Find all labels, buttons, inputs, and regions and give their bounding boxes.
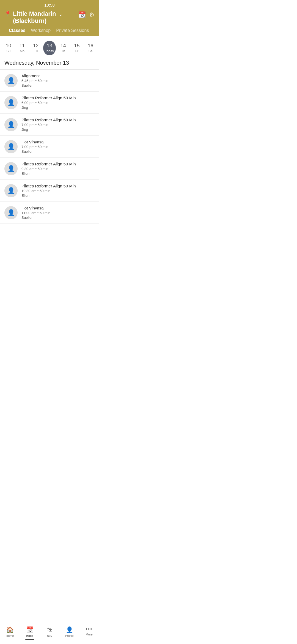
date-day-label: Tu bbox=[34, 49, 38, 53]
avatar: 👤 bbox=[4, 74, 18, 87]
class-info: Hot Vinyasa 11:00 am • 60 min Suellen bbox=[21, 206, 95, 220]
class-instructor: Suellen bbox=[21, 215, 95, 220]
date-number: 12 bbox=[33, 43, 38, 49]
date-day-label: Fr bbox=[75, 49, 78, 53]
class-item[interactable]: 👤 Hot Vinyasa 11:00 am • 60 min Suellen bbox=[0, 202, 99, 224]
class-list: 👤 Alignment 5:45 pm • 60 min Suellen 👤 P… bbox=[0, 70, 99, 224]
date-day-label: Sa bbox=[89, 49, 93, 53]
calendar-icon[interactable]: 📆 bbox=[78, 11, 86, 18]
class-info: Pilates Reformer Align 50 Min 9:30 am • … bbox=[21, 162, 95, 176]
class-instructor: Ellen bbox=[21, 193, 95, 198]
date-day-label: Su bbox=[7, 49, 11, 53]
class-name: Pilates Reformer Align 50 Min bbox=[21, 118, 95, 122]
date-item-11[interactable]: 11 Mo bbox=[16, 41, 29, 56]
date-number: 16 bbox=[88, 43, 93, 49]
class-time: 7:00 pm • 50 min bbox=[21, 123, 95, 127]
location-sub: (Blackburn) bbox=[13, 17, 56, 24]
date-number: 10 bbox=[6, 43, 11, 49]
date-item-13[interactable]: 13 Today bbox=[43, 41, 56, 56]
class-name: Hot Vinyasa bbox=[21, 206, 95, 210]
location-name: Little Mandarin bbox=[13, 10, 56, 17]
class-time: 9:30 am • 50 min bbox=[21, 167, 95, 171]
class-info: Alignment 5:45 pm • 60 min Suellen bbox=[21, 73, 95, 88]
location-pin-icon: 📍 bbox=[4, 11, 11, 17]
tab-private-sessions[interactable]: Private Sessions bbox=[56, 28, 89, 36]
date-number: 15 bbox=[74, 43, 79, 49]
class-instructor: Suellen bbox=[21, 149, 95, 154]
day-heading: Wednesday, November 13 bbox=[0, 58, 99, 70]
date-item-10[interactable]: 10 Su bbox=[2, 41, 15, 56]
chevron-down-icon[interactable]: ⌄ bbox=[59, 11, 63, 17]
class-item[interactable]: 👤 Pilates Reformer Align 50 Min 6:00 pm … bbox=[0, 92, 99, 114]
class-instructor: Ellen bbox=[21, 171, 95, 176]
date-number: 11 bbox=[20, 43, 25, 49]
location-left: 📍 Little Mandarin (Blackburn) ⌄ bbox=[4, 10, 78, 25]
location-name-block[interactable]: Little Mandarin (Blackburn) bbox=[13, 10, 56, 25]
tab-classes[interactable]: Classes bbox=[9, 28, 26, 36]
class-name: Pilates Reformer Align 50 Min bbox=[21, 184, 95, 188]
avatar: 👤 bbox=[4, 118, 18, 131]
date-day-label: Mo bbox=[20, 49, 24, 53]
class-name: Pilates Reformer Align 50 Min bbox=[21, 162, 95, 166]
class-time: 10:30 am • 50 min bbox=[21, 189, 95, 193]
avatar: 👤 bbox=[4, 184, 18, 197]
tab-workshop[interactable]: Workshop bbox=[31, 28, 51, 36]
class-item[interactable]: 👤 Alignment 5:45 pm • 60 min Suellen bbox=[0, 70, 99, 92]
class-time: 6:00 pm • 50 min bbox=[21, 101, 95, 105]
class-name: Alignment bbox=[21, 73, 95, 78]
class-item[interactable]: 👤 Pilates Reformer Align 50 Min 9:30 am … bbox=[0, 158, 99, 180]
header-icons: 📆 ⚙ bbox=[78, 11, 95, 18]
date-day-label: Today bbox=[45, 49, 54, 53]
class-time: 7:00 pm • 60 min bbox=[21, 145, 95, 149]
class-instructor: Jing bbox=[21, 127, 95, 132]
date-item-14[interactable]: 14 Th bbox=[57, 41, 70, 56]
class-info: Pilates Reformer Align 50 Min 7:00 pm • … bbox=[21, 118, 95, 132]
status-bar: 10:58 bbox=[4, 0, 95, 9]
class-time: 5:45 pm • 60 min bbox=[21, 79, 95, 83]
date-selector: 10 Su 11 Mo 12 Tu 13 Today 14 Th 15 Fr 1… bbox=[0, 36, 99, 58]
person-icon: 👤 bbox=[7, 165, 15, 172]
person-icon: 👤 bbox=[7, 121, 15, 128]
class-info: Pilates Reformer Align 50 Min 6:00 pm • … bbox=[21, 95, 95, 110]
filter-icon[interactable]: ⚙ bbox=[89, 11, 95, 18]
person-icon: 👤 bbox=[7, 187, 15, 194]
avatar: 👤 bbox=[4, 162, 18, 175]
class-name: Pilates Reformer Align 50 Min bbox=[21, 95, 95, 100]
class-info: Pilates Reformer Align 50 Min 10:30 am •… bbox=[21, 184, 95, 198]
content: 10 Su 11 Mo 12 Tu 13 Today 14 Th 15 Fr 1… bbox=[0, 36, 99, 246]
class-instructor: Jing bbox=[21, 105, 95, 110]
class-item[interactable]: 👤 Hot Vinyasa 7:00 pm • 60 min Suellen bbox=[0, 136, 99, 158]
header: 10:58 📍 Little Mandarin (Blackburn) ⌄ 📆 … bbox=[0, 0, 99, 36]
class-time: 11:00 am • 60 min bbox=[21, 211, 95, 215]
location-row: 📍 Little Mandarin (Blackburn) ⌄ 📆 ⚙ bbox=[4, 9, 95, 26]
avatar: 👤 bbox=[4, 206, 18, 219]
tabs-bar: Classes Workshop Private Sessions bbox=[4, 26, 95, 36]
avatar: 👤 bbox=[4, 140, 18, 153]
person-icon: 👤 bbox=[7, 99, 15, 106]
class-name: Hot Vinyasa bbox=[21, 140, 95, 144]
person-icon: 👤 bbox=[7, 209, 15, 216]
avatar: 👤 bbox=[4, 96, 18, 109]
date-number: 14 bbox=[61, 43, 66, 49]
date-day-label: Th bbox=[61, 49, 65, 53]
time-display: 10:58 bbox=[44, 3, 55, 7]
class-item[interactable]: 👤 Pilates Reformer Align 50 Min 10:30 am… bbox=[0, 180, 99, 202]
person-icon: 👤 bbox=[7, 143, 15, 150]
person-icon: 👤 bbox=[7, 77, 15, 84]
date-item-16[interactable]: 16 Sa bbox=[84, 41, 97, 56]
class-instructor: Suellen bbox=[21, 83, 95, 88]
date-item-15[interactable]: 15 Fr bbox=[71, 41, 83, 56]
date-item-12[interactable]: 12 Tu bbox=[29, 41, 42, 56]
date-number: 13 bbox=[47, 43, 52, 49]
class-item[interactable]: 👤 Pilates Reformer Align 50 Min 7:00 pm … bbox=[0, 114, 99, 136]
class-info: Hot Vinyasa 7:00 pm • 60 min Suellen bbox=[21, 140, 95, 154]
